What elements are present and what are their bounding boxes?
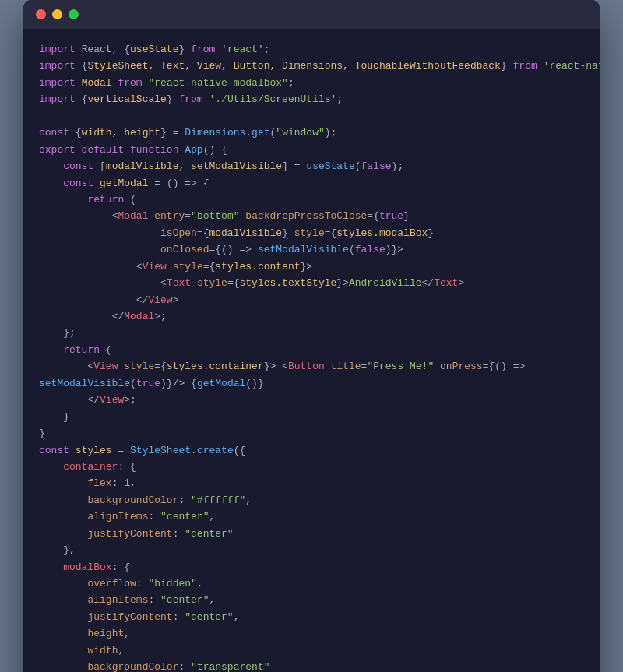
- code-content: import React, {useState} from 'react'; i…: [23, 29, 600, 672]
- titlebar: [23, 0, 600, 29]
- code-editor-window: import React, {useState} from 'react'; i…: [23, 0, 600, 672]
- close-dot[interactable]: [36, 9, 46, 19]
- minimize-dot[interactable]: [52, 9, 62, 19]
- maximize-dot[interactable]: [69, 9, 79, 19]
